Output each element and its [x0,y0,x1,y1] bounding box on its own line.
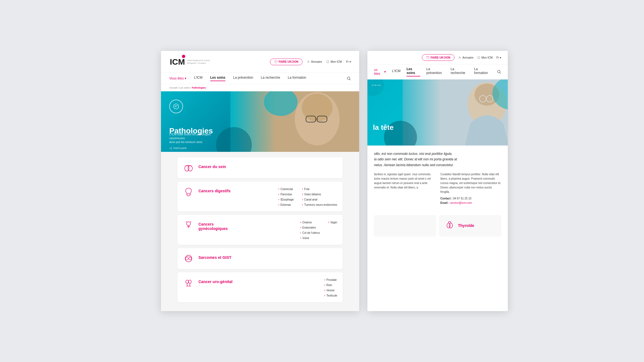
search-icon[interactable] [346,76,351,81]
sub-link-testicule[interactable]: Testicule [324,294,337,297]
nav-recherche-right[interactable]: La recherche [451,67,468,76]
sub-link-rein[interactable]: Rein [324,283,337,287]
pathology-name-urogenital[interactable]: Cancer uro-génital [198,277,233,284]
gyneco-icon [183,220,194,231]
logo-subtitle: Institut Régional du CancerMontpellier |… [187,59,210,64]
lang-selector-right[interactable]: Fr ▾ [496,56,501,59]
breadcrumb: Accueil / Les soins / Pathologies [161,84,359,91]
svg-point-28 [189,257,192,260]
annuaire-icon [307,60,310,63]
thyroide-label: Thyroïde [458,223,474,228]
urogenital-icon [183,277,194,288]
icm-logo-icon: ICM [169,54,186,69]
nav-formation-right[interactable]: La formation [474,67,491,76]
gyneco-sublinks: Ovaires Endomètre Col de l'utérus Vulve … [300,220,337,240]
pathology-name-digestifs[interactable]: Cancers digestifs [198,187,231,193]
hero-right: et du cou la tête [367,79,508,146]
svg-point-1 [182,55,185,58]
heart-icon [274,60,277,64]
sub-link-colorectal[interactable]: Colorectal [278,187,294,191]
nav-vous-etes-right[interactable]: us êtes ▾ [374,68,386,76]
nav-prevention-right[interactable]: La prévention [426,67,444,76]
sub-link-oesophage[interactable]: Œsophage [278,198,294,201]
hero-folder-icon [169,100,183,113]
svg-rect-3 [327,61,329,63]
pathology-card-urogenital: Cancer uro-génital Prostate Rein Vessie … [178,272,343,302]
faire-don-button-right[interactable]: FAIRE UN DON [422,54,455,61]
nav-left: Vous êtes ▾ L'ICM Les soins La préventio… [161,73,359,84]
hero-right-tag: et du cou [372,84,381,86]
annuaire-link[interactable]: Annuaire [307,60,322,63]
svg-line-5 [350,79,351,80]
svg-line-18 [170,148,171,148]
faire-don-button[interactable]: FAIRE UN DON [270,59,303,65]
header-right: FAIRE UN DON Annuaire Mon ICM Fr ▾ [367,51,508,64]
sub-link-vulve[interactable]: Vulve [300,236,320,240]
sub-link-canal-anal[interactable]: Canal anal [302,198,337,201]
article-main-text: ollis, est non commodo luctus, nisi erat… [374,151,501,168]
article-content: ollis, est non commodo luctus, nisi erat… [367,146,508,215]
nav-icm-right[interactable]: L'ICM [392,69,400,75]
sub-link-tumeurs-neuro[interactable]: Tumeurs neuro-endocrines [302,203,337,207]
right-window: FAIRE UN DON Annuaire Mon ICM Fr ▾ [367,51,508,311]
thyroid-icon [445,221,455,231]
sub-link-foie[interactable]: Foie [302,187,337,191]
mon-icm-icon [326,60,329,63]
nav-vous-etes[interactable]: Vous êtes ▾ [169,76,186,80]
hero-icon-container [169,100,183,113]
hero-right-circle2 [367,79,384,96]
sub-link-vessie[interactable]: Vessie [324,288,337,292]
pathology-name-gyneco[interactable]: Cancersgynécologiques [198,220,228,231]
pathology-card-digestifs: Cancers digestifs Colorectal Pancréas Œs… [178,182,343,212]
svg-point-22 [187,194,190,196]
sub-link-ovaires[interactable]: Ovaires [300,220,320,224]
sub-link-vagin[interactable]: Vagin [328,220,337,224]
svg-point-29 [186,280,189,283]
search-icon-right[interactable] [497,70,501,74]
sub-link-endometre[interactable]: Endomètre [300,226,320,229]
nav-la-prevention[interactable]: La prévention [233,76,253,81]
left-window: ICM Institut Régional du CancerMontpelli… [161,51,359,311]
svg-point-33 [498,70,500,73]
sub-link-pancreas[interactable]: Pancréas [278,192,294,196]
nav-la-formation[interactable]: La formation [288,76,306,81]
urogenital-col1: Prostate Rein Vessie Testicule [324,278,337,297]
mon-icm-link-right[interactable]: Mon ICM [477,56,493,59]
nav-les-soins-right[interactable]: Les soins [406,67,420,76]
svg-point-14 [174,104,179,109]
svg-point-2 [308,61,309,62]
hero-right-photo-bg [403,79,508,146]
nav-icm[interactable]: L'ICM [194,76,203,81]
pathology-card-sarcomes: Sarcomes et GIST [178,248,343,269]
bottom-card-thyroide[interactable]: Thyroïde [439,215,501,236]
nav-les-soins[interactable]: Les soins [210,76,225,81]
svg-point-16 [170,148,170,149]
svg-point-17 [171,149,172,150]
svg-point-30 [189,280,191,283]
content-left: Cancer du sein Cancers digestifs Colorec… [161,152,359,311]
sub-link-estomac[interactable]: Estomac [278,203,294,207]
svg-point-15 [171,147,172,148]
sub-link-voies-biliaires[interactable]: Voies biliaires [302,192,337,196]
pathology-name-sarcomes[interactable]: Sarcomes et GIST [198,253,231,260]
lang-selector[interactable]: Fr ▾ [346,60,351,63]
hero-left: Pathologies L'ICM traite toutes les path… [161,91,359,152]
svg-point-23 [187,222,190,226]
breast-icon [183,162,194,173]
sub-link-prostate[interactable]: Prostate [324,278,337,282]
nav-la-recherche[interactable]: La recherche [261,76,280,81]
sarcomes-icon [183,253,194,264]
hero-share-button[interactable]: PARTAGER [169,147,187,150]
header-actions: FAIRE UN DON Annuaire Mon ICM Fr [270,59,351,65]
mon-icm-link[interactable]: Mon ICM [326,60,342,63]
pathology-name-sein[interactable]: Cancer du sein [198,162,226,169]
sub-link-col-uterus[interactable]: Col de l'utérus [300,231,320,235]
annuaire-link-right[interactable]: Annuaire [458,56,473,59]
header-left: ICM Institut Régional du CancerMontpelli… [161,51,359,73]
email-link[interactable]: service@icm.com [450,201,472,204]
share-icon [169,147,172,150]
folder-icon [172,103,180,110]
screenshot-container: ICM Institut Régional du CancerMontpelli… [161,51,483,311]
svg-rect-32 [478,56,480,58]
svg-point-31 [459,56,460,57]
